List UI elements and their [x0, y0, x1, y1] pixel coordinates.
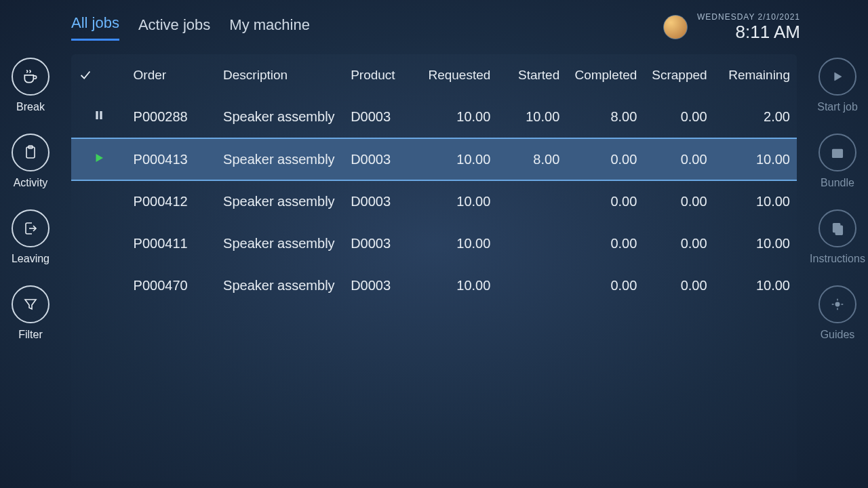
- cell-product: D0003: [344, 264, 420, 306]
- col-started[interactable]: Started: [497, 54, 566, 96]
- cell-scrapped: 0.00: [644, 96, 713, 138]
- cell-product: D0003: [344, 138, 420, 180]
- table-row[interactable]: P000412Speaker assemblyD000310.000.000.0…: [71, 180, 797, 222]
- instructions-button[interactable]: Instructions: [810, 209, 865, 265]
- cell-remaining: 10.00: [714, 180, 797, 222]
- cell-order: P000412: [127, 180, 217, 222]
- guides-label: Guides: [821, 329, 855, 341]
- play-icon: [818, 58, 856, 96]
- tab-active-jobs[interactable]: Active jobs: [138, 16, 210, 41]
- cell-order: P000413: [127, 138, 217, 180]
- start-job-label: Start job: [817, 101, 858, 113]
- jobs-table: Order Description Product Requested Star…: [71, 54, 797, 306]
- jobs-panel: Order Description Product Requested Star…: [71, 54, 797, 481]
- tab-bar: All jobs Active jobs My machine: [71, 14, 310, 41]
- cell-product: D0003: [344, 96, 420, 138]
- row-status-icon: [71, 180, 127, 222]
- cell-remaining: 2.00: [714, 96, 797, 138]
- cell-order: P000470: [127, 264, 217, 306]
- tab-my-machine[interactable]: My machine: [229, 16, 310, 41]
- header-date: WEDNESDAY 2/10/2021: [697, 12, 800, 22]
- cell-order: P000411: [127, 222, 217, 264]
- bundle-label: Bundle: [821, 177, 854, 189]
- cell-requested: 10.00: [420, 222, 497, 264]
- clipboard-icon: [12, 134, 50, 171]
- col-status: [71, 54, 127, 96]
- header-right: WEDNESDAY 2/10/2021 8:11 AM: [663, 12, 800, 43]
- start-job-button[interactable]: Start job: [817, 58, 858, 113]
- cell-started: 8.00: [497, 138, 566, 180]
- col-product[interactable]: Product: [344, 54, 420, 96]
- col-order[interactable]: Order: [127, 54, 217, 96]
- svg-rect-2: [833, 149, 843, 157]
- cell-requested: 10.00: [420, 96, 497, 138]
- row-status-icon: [71, 96, 127, 138]
- break-label: Break: [16, 101, 45, 113]
- cell-description: Speaker assembly: [216, 138, 344, 180]
- cell-description: Speaker assembly: [216, 264, 344, 306]
- table-row[interactable]: P000411Speaker assemblyD000310.000.000.0…: [71, 222, 797, 264]
- col-description[interactable]: Description: [216, 54, 344, 96]
- right-rail: Start job Bundle Instructions Guides: [807, 58, 868, 341]
- bundle-button[interactable]: Bundle: [818, 134, 856, 189]
- col-completed[interactable]: Completed: [566, 54, 644, 96]
- top-bar: All jobs Active jobs My machine WEDNESDA…: [71, 0, 800, 54]
- exit-icon: [12, 209, 50, 247]
- check-icon: [78, 68, 93, 83]
- col-requested[interactable]: Requested: [420, 54, 497, 96]
- cell-completed: 8.00: [566, 96, 644, 138]
- leaving-button[interactable]: Leaving: [12, 209, 50, 265]
- cell-requested: 10.00: [420, 180, 497, 222]
- table-header-row: Order Description Product Requested Star…: [71, 54, 797, 96]
- cell-description: Speaker assembly: [216, 180, 344, 222]
- coffee-icon: [12, 58, 50, 96]
- avatar[interactable]: [663, 15, 688, 39]
- doc-icon: [818, 209, 856, 247]
- guides-button[interactable]: Guides: [818, 285, 856, 341]
- cell-completed: 0.00: [566, 180, 644, 222]
- left-rail: Break Activity Leaving Filter: [0, 58, 61, 341]
- cell-requested: 10.00: [420, 138, 497, 180]
- cell-description: Speaker assembly: [216, 222, 344, 264]
- guide-icon: [818, 285, 856, 323]
- table-row[interactable]: P000288Speaker assemblyD000310.0010.008.…: [71, 96, 797, 138]
- svg-rect-6: [96, 111, 98, 119]
- col-remaining[interactable]: Remaining: [714, 54, 797, 96]
- cell-scrapped: 0.00: [644, 180, 713, 222]
- cell-completed: 0.00: [566, 264, 644, 306]
- cell-started: [497, 264, 566, 306]
- cell-started: [497, 222, 566, 264]
- row-status-icon: [71, 138, 127, 180]
- table-row[interactable]: P000470Speaker assemblyD000310.000.000.0…: [71, 264, 797, 306]
- cell-scrapped: 0.00: [644, 264, 713, 306]
- filter-button[interactable]: Filter: [12, 285, 50, 341]
- cell-completed: 0.00: [566, 138, 644, 180]
- cell-order: P000288: [127, 96, 217, 138]
- filter-label: Filter: [18, 329, 43, 341]
- activity-button[interactable]: Activity: [12, 134, 50, 189]
- cell-completed: 0.00: [566, 222, 644, 264]
- leaving-label: Leaving: [12, 253, 50, 265]
- cell-product: D0003: [344, 222, 420, 264]
- row-status-icon: [71, 222, 127, 264]
- col-scrapped[interactable]: Scrapped: [644, 54, 713, 96]
- svg-point-5: [835, 302, 840, 306]
- cell-scrapped: 0.00: [644, 138, 713, 180]
- table-row[interactable]: P000413Speaker assemblyD000310.008.000.0…: [71, 138, 797, 180]
- cell-started: [497, 180, 566, 222]
- box-icon: [818, 134, 856, 171]
- cell-product: D0003: [344, 180, 420, 222]
- instructions-label: Instructions: [810, 253, 865, 265]
- svg-rect-4: [835, 226, 842, 235]
- cell-remaining: 10.00: [714, 138, 797, 180]
- tab-all-jobs[interactable]: All jobs: [71, 14, 119, 41]
- cell-description: Speaker assembly: [216, 96, 344, 138]
- break-button[interactable]: Break: [12, 58, 50, 113]
- cell-remaining: 10.00: [714, 264, 797, 306]
- svg-rect-7: [100, 111, 102, 119]
- clock: WEDNESDAY 2/10/2021 8:11 AM: [697, 12, 800, 43]
- header-time: 8:11 AM: [697, 22, 800, 43]
- activity-label: Activity: [14, 177, 48, 189]
- cell-remaining: 10.00: [714, 222, 797, 264]
- cell-requested: 10.00: [420, 264, 497, 306]
